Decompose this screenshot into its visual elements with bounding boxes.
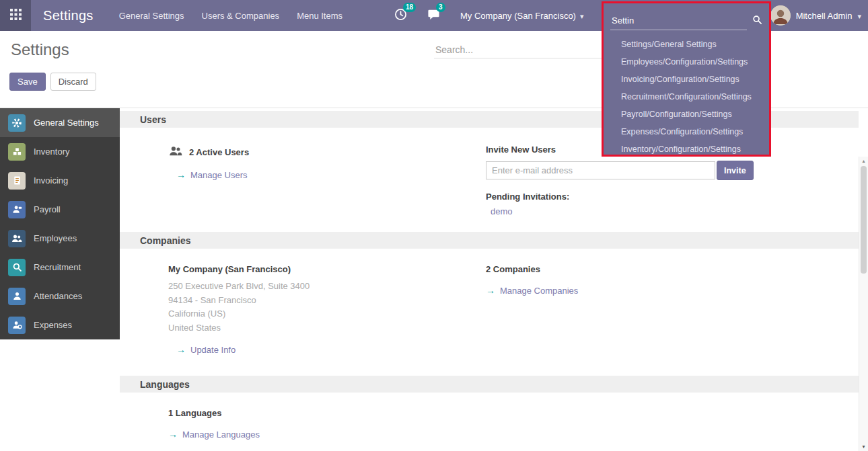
boxes-icon xyxy=(8,143,26,161)
search-result-item[interactable]: Settings/General Settings xyxy=(604,36,769,53)
arrow-right-icon xyxy=(176,344,186,355)
invite-button[interactable]: Invite xyxy=(717,161,754,180)
sidebar-item-recruitment[interactable]: Recruitment xyxy=(0,253,120,282)
sidebar-item-label: Inventory xyxy=(34,147,69,157)
company-switcher-label: My Company (San Francisco) xyxy=(460,11,576,21)
manage-users-link[interactable]: Manage Users xyxy=(176,169,248,180)
magnifier-icon xyxy=(8,259,26,276)
save-button[interactable]: Save xyxy=(9,73,46,91)
odoo-settings-screen: Settings General Settings Users & Compan… xyxy=(0,0,868,451)
section-header-languages: Languages xyxy=(120,376,859,393)
company-address: 250 Executive Park Blvd, Suite 3400 9413… xyxy=(168,280,310,335)
sidebar-item-label: Expenses xyxy=(34,320,72,330)
vertical-scrollbar[interactable] xyxy=(859,157,868,451)
discard-button[interactable]: Discard xyxy=(50,73,96,91)
sidebar-item-invoicing[interactable]: Invoicing xyxy=(0,166,120,195)
gear-icon xyxy=(8,114,26,132)
sidebar-item-label: Recruitment xyxy=(34,262,81,272)
sidebar-item-label: General Settings xyxy=(34,118,99,128)
sidebar-item-inventory[interactable]: Inventory xyxy=(0,137,120,166)
arrow-right-icon xyxy=(168,429,178,440)
invoice-icon xyxy=(8,172,26,190)
arrow-right-icon xyxy=(486,285,495,296)
companies-count-block: 2 Companies Manage Companies xyxy=(486,264,578,296)
magnifier-icon[interactable] xyxy=(752,15,762,27)
search-result-item[interactable]: Recruitment/Configuration/Settings xyxy=(604,88,769,106)
scroll-up-arrow-icon[interactable] xyxy=(859,158,868,164)
sidebar-item-label: Payroll xyxy=(34,204,61,214)
sidebar-item-label: Employees xyxy=(34,233,77,243)
languages-block: 1 Languages Manage Languages xyxy=(168,408,260,440)
pending-invitations-title: Pending Invitations: xyxy=(486,192,775,202)
arrow-right-icon xyxy=(176,169,186,180)
settings-sidebar: General Settings Inventory Invoicing Pay… xyxy=(0,108,120,339)
chevron-down-icon xyxy=(857,11,861,21)
user-name: Mitchell Admin xyxy=(796,11,853,21)
companies-count: 2 Companies xyxy=(486,264,578,274)
apps-grid-icon xyxy=(10,9,22,22)
search-result-item[interactable]: Employees/Configuration/Settings xyxy=(604,53,769,71)
search-results-list: Settings/General Settings Employees/Conf… xyxy=(604,30,769,158)
settings-search-input[interactable] xyxy=(434,42,602,58)
sidebar-item-general-settings[interactable]: General Settings xyxy=(0,108,120,137)
activities-badge: 18 xyxy=(403,3,416,12)
settings-content: Users 2 Active Users Manage Users Invite… xyxy=(120,108,859,451)
app-title[interactable]: Settings xyxy=(31,8,111,24)
user-menu[interactable]: Mitchell Admin xyxy=(770,0,861,31)
navbar-search-input[interactable] xyxy=(610,14,747,30)
activities-button[interactable]: 18 xyxy=(394,8,407,23)
scroll-down-arrow-icon[interactable] xyxy=(859,444,868,450)
address-line: United States xyxy=(168,321,310,335)
navbar-search-row xyxy=(604,3,769,30)
address-line: 250 Executive Park Blvd, Suite 3400 xyxy=(168,280,310,294)
invite-email-input[interactable] xyxy=(486,161,715,179)
manage-companies-link[interactable]: Manage Companies xyxy=(486,285,578,296)
chevron-down-icon xyxy=(580,11,584,21)
active-users-count: 2 Active Users xyxy=(189,147,249,157)
address-line: 94134 - San Francisco xyxy=(168,294,310,308)
search-result-item[interactable]: Payroll/Configuration/Settings xyxy=(604,106,769,123)
search-result-item[interactable]: Invoicing/Configuration/Settings xyxy=(604,71,769,88)
payroll-person-icon xyxy=(8,201,26,218)
section-title: Companies xyxy=(140,235,190,246)
sidebar-item-employees[interactable]: Employees xyxy=(0,224,120,253)
pending-invitation-user-link[interactable]: demo xyxy=(491,206,513,216)
users-group-icon xyxy=(168,145,183,160)
menu-menu-items[interactable]: Menu Items xyxy=(289,7,351,25)
company-switcher[interactable]: My Company (San Francisco) xyxy=(460,11,583,21)
navbar-search-dropdown: Settings/General Settings Employees/Conf… xyxy=(602,1,771,157)
languages-count: 1 Languages xyxy=(168,408,260,418)
address-line: California (US) xyxy=(168,307,310,321)
sidebar-item-expenses[interactable]: Expenses xyxy=(0,311,120,339)
page-title: Settings xyxy=(11,40,69,59)
section-title: Languages xyxy=(140,379,190,390)
systray: 18 3 My Company (San Francisco) xyxy=(394,0,583,31)
sidebar-item-attendances[interactable]: Attendances xyxy=(0,282,120,311)
expense-person-icon xyxy=(8,317,26,334)
form-buttons: Save Discard xyxy=(9,73,96,91)
section-title: Users xyxy=(140,114,166,125)
company-info-block: My Company (San Francisco) 250 Executive… xyxy=(168,264,310,355)
messages-button[interactable]: 3 xyxy=(427,8,440,23)
section-header-companies: Companies xyxy=(120,232,859,249)
company-name: My Company (San Francisco) xyxy=(168,264,310,274)
menu-users-companies[interactable]: Users & Companies xyxy=(194,7,288,25)
update-info-link[interactable]: Update Info xyxy=(176,344,236,355)
people-icon xyxy=(8,230,26,247)
search-result-item[interactable]: Inventory/Configuration/Settings xyxy=(604,140,769,158)
menu-general-settings[interactable]: General Settings xyxy=(111,7,192,25)
search-result-item[interactable]: Expenses/Configuration/Settings xyxy=(604,123,769,140)
app-menu: General Settings Users & Companies Menu … xyxy=(111,7,351,25)
messages-badge: 3 xyxy=(436,3,445,12)
sidebar-item-label: Invoicing xyxy=(34,175,68,186)
active-users-block: 2 Active Users Manage Users xyxy=(168,145,249,180)
avatar xyxy=(770,5,791,26)
sidebar-item-label: Attendances xyxy=(34,291,82,301)
apps-menu-button[interactable] xyxy=(0,0,31,31)
manage-languages-link[interactable]: Manage Languages xyxy=(168,429,260,440)
attendance-person-icon xyxy=(8,288,26,305)
sidebar-item-payroll[interactable]: Payroll xyxy=(0,195,120,224)
scrollbar-thumb[interactable] xyxy=(861,166,867,274)
